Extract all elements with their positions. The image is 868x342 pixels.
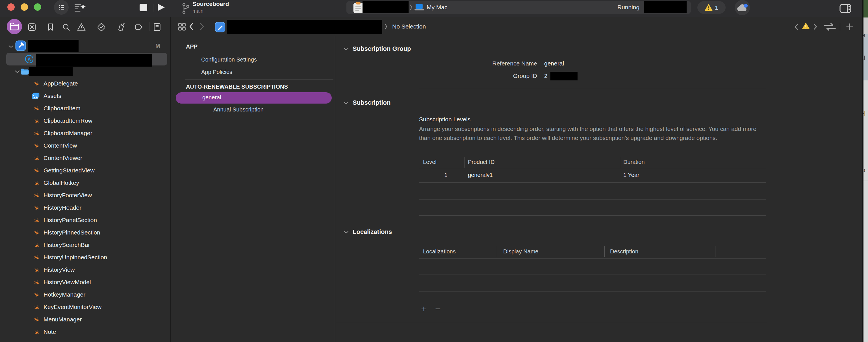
issue-navigator-tab[interactable]	[75, 22, 88, 32]
localizations-header-description[interactable]: Description	[610, 248, 638, 255]
file-name: HistoryPinnedSection	[43, 229, 100, 236]
levels-header-duration[interactable]: Duration	[623, 159, 645, 165]
folder-name-redaction[interactable]	[29, 67, 73, 76]
stop-icon[interactable]	[140, 4, 147, 11]
test-navigator-tab[interactable]	[95, 22, 107, 32]
file-row[interactable]: GlobalHotkey	[0, 177, 170, 189]
localizations-header-localizations[interactable]: Localizations	[423, 248, 456, 255]
general-subscription-group-item[interactable]: general	[176, 92, 332, 104]
related-items-button[interactable]	[177, 22, 187, 33]
remove-localization-button[interactable]: −	[435, 303, 441, 314]
localizations-disclosure-icon[interactable]	[344, 230, 349, 235]
breakpoint-navigator-tab[interactable]	[132, 22, 145, 32]
levels-table-cell[interactable]: 1 Year	[623, 172, 640, 178]
compose-sparkle-button[interactable]	[74, 2, 87, 15]
file-row[interactable]: HistoryView	[0, 264, 170, 276]
titlebar: Sourceboard main My Mac Running	[0, 0, 864, 17]
bookmark-navigator-tab[interactable]	[44, 22, 57, 32]
folder-disclosure-chevron-icon[interactable]	[15, 69, 20, 74]
configuration-settings-item[interactable]: Configuration Settings	[201, 57, 257, 63]
file-row[interactable]: ContentView	[0, 139, 170, 152]
file-row[interactable]: KeyEventMonitorView	[0, 301, 170, 313]
report-navigator-icon	[152, 22, 162, 32]
file-row[interactable]: HistoryUnpinnedSection	[0, 251, 170, 264]
source-control-tab[interactable]	[26, 22, 38, 32]
storekit-file-icon	[215, 22, 225, 34]
file-row[interactable]: AppDelegate	[0, 77, 170, 90]
close-traffic-icon[interactable]	[7, 3, 15, 11]
localizations-header-display-name[interactable]: Display Name	[503, 248, 538, 255]
localizations-header-divider[interactable]	[715, 246, 715, 257]
minimize-traffic-icon[interactable]	[21, 3, 28, 11]
group-id-redaction	[550, 72, 578, 80]
table-line	[419, 259, 766, 259]
zoom-traffic-icon[interactable]	[34, 3, 41, 11]
sidebar-divider[interactable]	[170, 17, 171, 342]
file-row[interactable]: ClipboardManager	[0, 127, 170, 139]
code-review-button[interactable]	[824, 23, 836, 32]
project-navigator-tab[interactable]	[7, 19, 22, 34]
forward-icon	[199, 23, 205, 31]
file-row[interactable]: ClipboardItem	[0, 102, 170, 114]
run-destination[interactable]: My Mac	[427, 4, 447, 11]
levels-table-cell[interactable]: 1	[437, 172, 455, 178]
project-title[interactable]: Sourceboard	[192, 1, 229, 7]
project-disclosure-chevron-icon[interactable]	[8, 44, 13, 49]
cloud-button[interactable]	[735, 0, 750, 15]
debug-navigator-tab[interactable]	[115, 22, 127, 32]
add-localization-button[interactable]: +	[421, 303, 427, 314]
report-navigator-tab[interactable]	[151, 22, 163, 32]
file-row[interactable]: ClipboardItemRow	[0, 114, 170, 127]
file-row[interactable]: ContentViewer	[0, 152, 170, 164]
file-row[interactable]	[0, 338, 170, 342]
levels-table-cell[interactable]: generalv1	[468, 172, 493, 178]
list-button[interactable]	[54, 0, 69, 15]
project-name-redaction[interactable]	[28, 40, 79, 52]
file-row[interactable]: HistoryPanelSection	[0, 214, 170, 226]
swift-file-icon	[32, 241, 39, 249]
file-row[interactable]: HistoryFooterView	[0, 189, 170, 202]
file-name: HistorySearchBar	[43, 242, 90, 248]
table-line	[419, 168, 766, 168]
subscription-group-disclosure-icon[interactable]	[344, 47, 349, 52]
debug-navigator-icon	[116, 22, 126, 32]
file-name: GettingStartedView	[43, 167, 95, 174]
subscription-levels-title: Subscription Levels	[419, 116, 470, 123]
scheme-chevron-icon	[409, 4, 413, 11]
bookmark-icon	[46, 22, 55, 32]
file-row[interactable]: HistorySearchBar	[0, 239, 170, 251]
previous-issue-button[interactable]	[794, 24, 799, 31]
run-icon[interactable]	[158, 4, 165, 11]
levels-header-level[interactable]: Level	[423, 159, 437, 165]
levels-header-product-id[interactable]: Product ID	[468, 159, 494, 165]
file-row[interactable]: HotkeyManager	[0, 288, 170, 301]
file-row[interactable]: HistoryViewModel	[0, 276, 170, 288]
navigator-divider	[149, 22, 150, 31]
branch-name[interactable]: main	[192, 8, 204, 14]
breadcrumb-selection[interactable]: No Selection	[392, 23, 426, 30]
annual-subscription-item[interactable]: Annual Subscription	[213, 106, 264, 113]
next-issue-button[interactable]	[813, 24, 818, 31]
file-name: HistoryView	[43, 266, 74, 273]
file-row[interactable]: Assets	[0, 90, 170, 102]
inspector-toggle-button[interactable]	[835, 2, 856, 15]
app-policies-item[interactable]: App Policies	[201, 69, 232, 75]
editor-panel-divider[interactable]	[335, 36, 335, 342]
issues-badge[interactable]: 1	[698, 1, 725, 14]
find-navigator-tab[interactable]	[60, 22, 72, 32]
group-id-value[interactable]: 2	[544, 72, 548, 79]
levels-header-divider[interactable]	[620, 157, 620, 168]
back-button[interactable]	[189, 23, 194, 32]
subscription-disclosure-icon[interactable]	[344, 101, 349, 106]
breadcrumb-chevron-icon	[384, 24, 388, 31]
file-row[interactable]: GettingStartedView	[0, 164, 170, 177]
file-row[interactable]: Note	[0, 326, 170, 338]
file-row[interactable]: MenuManager	[0, 313, 170, 326]
file-row[interactable]: HistoryHeader	[0, 202, 170, 214]
subscription-levels-description: Arrange your subscriptions in descending…	[419, 125, 764, 142]
add-editor-button[interactable]	[845, 23, 854, 32]
file-row[interactable]: HistoryPinnedSection	[0, 226, 170, 239]
swift-file-icon	[32, 79, 39, 88]
reference-name-value[interactable]: general	[544, 60, 564, 67]
forward-button[interactable]	[199, 23, 205, 32]
